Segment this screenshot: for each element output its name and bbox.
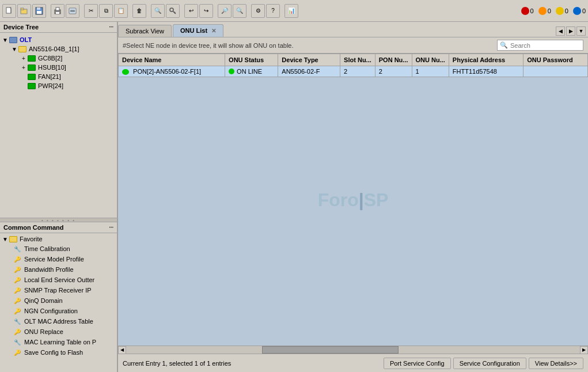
tab-nav-next[interactable]: ▶ — [566, 26, 575, 36]
cmd-olt-mac[interactable]: 🔧 OLT MAC Address Table — [1, 316, 116, 327]
cmd-label-9: MAC Learning Table on P — [24, 339, 96, 346]
cmd-label-4: SNMP Trap Receiver IP — [24, 287, 92, 294]
toggle-hsub[interactable]: + — [20, 64, 28, 71]
tab-nav-down[interactable]: ▼ — [576, 26, 586, 36]
hsub-icon — [28, 64, 36, 71]
cmd-label-10: Save Config to Flash — [24, 349, 83, 356]
right-panel: Subrack View ONU List ✕ ◀ ▶ ▼ #Select NE… — [118, 22, 588, 372]
cmd-save-config[interactable]: 🔑 Save Config to Flash — [1, 347, 116, 358]
favorite-folder-icon — [9, 236, 17, 242]
cmd-ngn[interactable]: 🔑 NGN Configuration — [1, 306, 116, 316]
cmd-snmp[interactable]: 🔑 SNMP Trap Receiver IP — [1, 285, 116, 295]
cmd-mac-learning[interactable]: 🔧 MAC Learning Table on P — [1, 337, 116, 347]
tree-node-fan[interactable]: FAN[21] — [1, 72, 116, 81]
table-row[interactable]: PON[2]-AN5506-02-F[1] ON LINE AN5506-02-… — [119, 66, 588, 77]
delete-button[interactable]: 🗑 — [132, 4, 146, 18]
tree-node-an5516[interactable]: ▼ AN5516-04B_1[1] — [1, 44, 116, 54]
new-button[interactable] — [2, 4, 16, 18]
watermark-right: SP — [364, 189, 389, 210]
hsub-label: HSUB[10] — [37, 64, 66, 71]
info-bar: #Select NE node in device tree, it will … — [118, 37, 588, 54]
tree-node-hsub[interactable]: + HSUB[10] — [1, 63, 116, 72]
cmd-bandwidth[interactable]: 🔑 Bandwidth Profile — [1, 264, 116, 275]
print-button[interactable] — [51, 4, 65, 18]
status-indicators: 0 0 0 0 — [521, 7, 586, 15]
replace-button[interactable] — [166, 4, 180, 18]
help-button[interactable]: ? — [266, 4, 280, 18]
hscroll-left-btn[interactable]: ◀ — [118, 346, 126, 354]
cell-onu-num: 1 — [412, 66, 449, 77]
cmd-qinq[interactable]: 🔑 QinQ Domain — [1, 295, 116, 306]
wrench-icon-9: 🔧 — [13, 338, 22, 346]
tree-node-pwr[interactable]: PWR[24] — [1, 81, 116, 90]
view-details-button[interactable]: View Details>> — [529, 358, 583, 369]
gc8b-label: GC8B[2] — [37, 55, 62, 62]
key-icon-3: 🔑 — [13, 276, 22, 284]
search-icon: 🔍 — [500, 41, 508, 49]
cmd-onu-replace[interactable]: 🔑 ONU Replace — [1, 327, 116, 337]
hscroll-right-btn[interactable]: ▶ — [580, 346, 588, 354]
an5516-icon — [18, 46, 26, 52]
col-physical-addr: Physical Address — [449, 54, 523, 66]
copy-button[interactable]: ⧉ — [99, 4, 113, 18]
extra-button[interactable]: 📊 — [284, 4, 298, 18]
zoom-out-button[interactable]: 🔍 — [233, 4, 246, 18]
zoom-in-button[interactable]: 🔎 — [218, 4, 232, 18]
find-button[interactable]: 🔍 — [151, 4, 165, 18]
cut-button[interactable]: ✂ — [84, 4, 98, 18]
tab-nav-prev[interactable]: ◀ — [556, 26, 565, 36]
fan-icon — [28, 74, 36, 80]
service-configuration-button[interactable]: Service Configuration — [453, 358, 526, 369]
settings-button[interactable]: ⚙ — [251, 4, 265, 18]
hscroll-track[interactable] — [126, 346, 580, 354]
tab-subrack-label: Subrack View — [126, 28, 164, 35]
pwr-icon — [28, 83, 36, 89]
toggle-favorite[interactable]: ▼ — [1, 236, 9, 242]
bottom-bar: Current Entry 1, selected 1 of 1 entries… — [118, 354, 588, 372]
red-dot — [521, 7, 529, 15]
panel-divider[interactable]: • • • • • • • — [0, 218, 117, 222]
status-yellow: 0 — [556, 7, 568, 15]
tab-onu-close[interactable]: ✕ — [211, 28, 216, 34]
port-service-config-button[interactable]: Port Service Config — [384, 358, 451, 369]
tab-subrack-view[interactable]: Subrack View — [118, 25, 172, 37]
undo-button[interactable]: ↩ — [184, 4, 198, 18]
hscroll-bar: ◀ ▶ — [118, 346, 588, 354]
cmd-service-model[interactable]: 🔑 Service Model Profile — [1, 254, 116, 264]
common-command-title: Common Command — [3, 224, 64, 231]
tree-node-favorite[interactable]: ▼ Favorite — [1, 234, 116, 244]
gc8b-icon — [28, 55, 36, 62]
svg-rect-7 — [56, 7, 59, 10]
col-slot-num: Slot Nu... — [340, 54, 375, 66]
cmd-label-8: ONU Replace — [24, 328, 63, 335]
key-icon-6: 🔑 — [13, 307, 22, 315]
cmd-label-3: Local End Service Outter — [24, 276, 94, 283]
cmd-time-calibration[interactable]: 🔧 Time Calibration — [1, 244, 116, 254]
col-pon-num: PON Nu... — [375, 54, 412, 66]
tab-onu-list[interactable]: ONU List ✕ — [173, 24, 223, 37]
hscroll-thumb[interactable] — [262, 346, 398, 354]
toggle-gc8b[interactable]: + — [20, 55, 28, 62]
cell-onu-password — [523, 66, 588, 77]
search-box[interactable]: 🔍 — [497, 40, 583, 51]
orange-dot — [538, 7, 547, 15]
redo-button[interactable]: ↪ — [199, 4, 213, 18]
olt-label: OLT — [18, 36, 32, 43]
cell-device-type: AN5506-02-F — [278, 66, 340, 77]
col-onu-num: ONU Nu... — [412, 54, 449, 66]
paste-button[interactable]: 📋 — [114, 4, 128, 18]
device-name-icon — [122, 69, 129, 75]
open-button[interactable] — [17, 4, 31, 18]
common-command-dots: ··· — [109, 225, 113, 230]
cmd-local-end[interactable]: 🔑 Local End Service Outter — [1, 275, 116, 285]
tree-node-olt[interactable]: ▼ OLT — [1, 35, 116, 44]
toggle-olt[interactable]: ▼ — [1, 37, 9, 43]
search-input[interactable] — [510, 42, 579, 49]
save-button[interactable] — [32, 4, 46, 18]
status-red: 0 — [521, 7, 534, 15]
toggle-an5516[interactable]: ▼ — [10, 46, 18, 52]
tree-node-gc8b[interactable]: + GC8B[2] — [1, 54, 116, 63]
print2-button[interactable] — [66, 4, 79, 18]
tab-navigation: ◀ ▶ ▼ — [556, 26, 588, 37]
cmd-label-5: QinQ Domain — [24, 297, 63, 304]
